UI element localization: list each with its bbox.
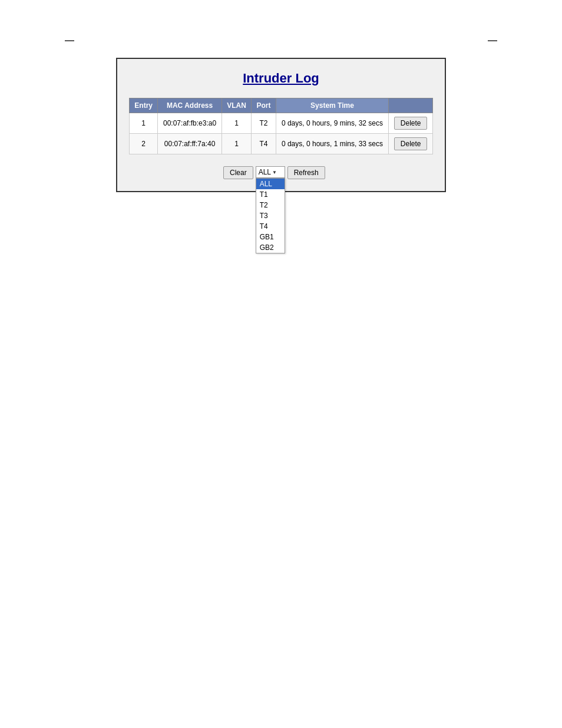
col-system-time: System Time (276, 98, 389, 113)
window-controls: — — (59, 35, 503, 46)
port-select-trigger[interactable]: ALL ▼ (256, 166, 285, 178)
minimize-button[interactable]: — (65, 35, 74, 46)
col-mac: MAC Address (158, 98, 222, 113)
chevron-down-icon: ▼ (272, 170, 277, 175)
cell-port: T4 (252, 134, 276, 154)
col-port: Port (252, 98, 276, 113)
port-select-value: ALL (259, 168, 271, 176)
intruder-log-table: Entry MAC Address VLAN Port System Time … (129, 98, 433, 154)
dropdown-option[interactable]: GB1 (256, 232, 285, 242)
clear-button[interactable]: Clear (223, 166, 253, 179)
cell-vlan: 1 (222, 134, 251, 154)
cell-entry: 1 (130, 113, 158, 134)
cell-system-time: 0 days, 0 hours, 9 mins, 32 secs (276, 113, 389, 134)
dropdown-option[interactable]: T3 (256, 210, 285, 221)
delete-button[interactable]: Delete (394, 137, 428, 150)
table-row: 100:07:af:fb:e3:a01T20 days, 0 hours, 9 … (130, 113, 433, 134)
cell-vlan: 1 (222, 113, 251, 134)
col-entry: Entry (130, 98, 158, 113)
cell-action: Delete (389, 113, 433, 134)
cell-system-time: 0 days, 0 hours, 1 mins, 33 secs (276, 134, 389, 154)
dropdown-option[interactable]: T2 (256, 200, 285, 210)
controls-area: Clear ALL ▼ ALLT1T2T3T4GB1GB2 Refresh (129, 166, 433, 179)
col-action (389, 98, 433, 113)
close-button[interactable]: — (488, 35, 497, 46)
cell-mac: 00:07:af:fb:e3:a0 (158, 113, 222, 134)
main-panel: Intruder Log Entry MAC Address VLAN Port… (116, 58, 446, 192)
delete-button[interactable]: Delete (394, 117, 428, 130)
page-title: Intruder Log (129, 71, 433, 86)
cell-port: T2 (252, 113, 276, 134)
dropdown-option[interactable]: GB2 (256, 242, 285, 253)
page-wrapper: — — Intruder Log Entry MAC Address VLAN … (0, 0, 562, 728)
cell-action: Delete (389, 134, 433, 154)
table-row: 200:07:af:ff:7a:401T40 days, 0 hours, 1 … (130, 134, 433, 154)
refresh-button[interactable]: Refresh (287, 166, 325, 179)
dropdown-option[interactable]: T1 (256, 189, 285, 200)
col-vlan: VLAN (222, 98, 251, 113)
cell-entry: 2 (130, 134, 158, 154)
dropdown-option[interactable]: ALL (256, 179, 285, 189)
dropdown-option[interactable]: T4 (256, 221, 285, 232)
port-dropdown-options: ALLT1T2T3T4GB1GB2 (256, 178, 285, 253)
cell-mac: 00:07:af:ff:7a:40 (158, 134, 222, 154)
port-dropdown-container: ALL ▼ ALLT1T2T3T4GB1GB2 (256, 166, 285, 178)
